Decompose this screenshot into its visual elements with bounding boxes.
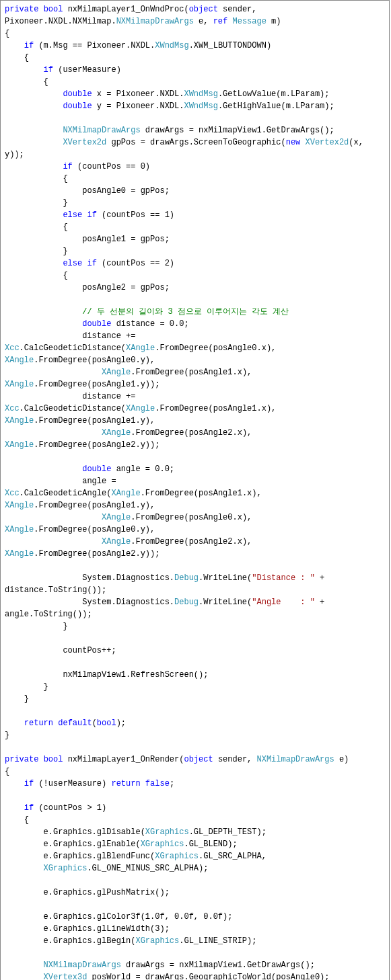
code-token: {: [5, 77, 48, 87]
code-token: [5, 864, 44, 873]
code-token: }: [5, 247, 68, 256]
code-token: Xcc: [5, 343, 20, 353]
code-token: .FromDegree(posAngle1.y),: [34, 501, 155, 510]
code-line: [5, 451, 385, 463]
code-token: private: [5, 5, 38, 14]
code-token: XGraphics: [141, 840, 184, 849]
code-line: {: [5, 270, 385, 282]
code-token: distance +=: [5, 331, 141, 341]
code-token: posAngle1 = gpPos;: [5, 235, 170, 244]
code-token: m): [266, 17, 281, 26]
code-line: y));: [5, 149, 385, 161]
code-token: [5, 452, 9, 462]
code-token: distance.ToString());: [5, 585, 106, 595]
code-token: double: [63, 101, 92, 111]
code-line: [5, 790, 385, 802]
code-token: [5, 138, 63, 147]
code-line: if (m.Msg == Pixoneer.NXDL.XWndMsg.XWM_L…: [5, 40, 385, 52]
code-line: XGraphics.GL_ONE_MINUS_SRC_ALPHA);: [5, 862, 385, 874]
code-token: (countPos == 0): [73, 162, 150, 171]
code-token: {: [5, 222, 68, 232]
code-token: (m.Msg == Pixoneer.NXDL.: [34, 41, 155, 50]
code-line: XAngle.FromDegree(posAngle1.y),: [5, 415, 385, 427]
code-token: if: [87, 259, 96, 268]
code-token: e.Graphics.glBegin(: [5, 936, 135, 946]
code-token: [5, 973, 44, 980]
code-token: (countPos > 1): [34, 803, 106, 813]
code-token: {: [5, 767, 9, 776]
code-line: [5, 899, 385, 911]
code-token: XAngle: [126, 404, 155, 413]
code-token: double: [63, 89, 92, 99]
code-token: sender,: [213, 755, 257, 764]
code-line: return default(bool);: [5, 717, 385, 729]
code-line: distance +=: [5, 391, 385, 403]
code-token: XAngle: [5, 380, 34, 389]
code-line: private bool nxMilmapLayer1_OnWndProc(ob…: [5, 3, 385, 15]
code-token: .WriteLine(: [199, 598, 252, 607]
code-token: return: [24, 719, 53, 728]
code-token: XWndMsg: [184, 101, 217, 111]
code-line: [5, 741, 385, 753]
code-line: posAngle2 = gpPos;: [5, 282, 385, 294]
code-token: (: [92, 719, 97, 728]
code-token: .FromDegree(posAngle0.y),: [34, 356, 155, 365]
code-token: .FromDegree(posAngle1.x),: [141, 489, 266, 498]
code-line: else if (countPos == 1): [5, 209, 385, 221]
code-line: }: [5, 197, 385, 209]
code-line: Xcc.CalcGeodeticAngle(XAngle.FromDegree(…: [5, 487, 385, 499]
code-token: XVertex2d: [306, 138, 349, 147]
code-token: {: [5, 271, 68, 280]
code-line: {: [5, 52, 385, 64]
code-line: if (!userMeasure) return false;: [5, 778, 385, 790]
code-line: XAngle.FromDegree(posAngle0.y),: [5, 354, 385, 366]
code-token: [5, 41, 24, 50]
code-token: {: [5, 815, 29, 825]
code-token: e.Graphics.glDisable(: [5, 827, 145, 837]
code-token: double: [82, 464, 111, 474]
code-token: [5, 210, 63, 220]
code-token: false: [145, 779, 170, 788]
code-line: {: [5, 814, 385, 826]
code-line: {: [5, 766, 385, 778]
code-token: e.Graphics.glEnable(: [5, 840, 141, 849]
code-token: distance = 0.0;: [111, 319, 188, 329]
code-token: sender,: [218, 5, 262, 14]
code-token: .GetHighValue(m.LParam);: [218, 101, 334, 111]
code-token: .CalcGeodeticDistance(: [20, 343, 126, 353]
code-line: double distance = 0.0;: [5, 318, 385, 330]
code-token: [5, 428, 102, 438]
code-token: [38, 5, 43, 14]
code-line: [5, 705, 385, 717]
code-token: [5, 259, 63, 268]
code-line: e.Graphics.glLineWidth(3);: [5, 923, 385, 935]
code-token: private: [5, 755, 38, 764]
code-token: [5, 114, 9, 123]
code-token: [5, 307, 82, 317]
code-token: XVertex3d: [44, 973, 87, 980]
code-line: }: [5, 693, 385, 705]
code-token: if: [24, 779, 34, 788]
code-line: XAngle.FromDegree(posAngle0.y),: [5, 524, 385, 536]
code-token: XGraphics: [145, 827, 189, 837]
code-block: private bool nxMilmapLayer1_OnWndProc(ob…: [0, 0, 390, 980]
code-token: .FromDegree(posAngle0.x),: [155, 343, 281, 353]
code-token: [5, 101, 63, 111]
code-token: (countPos == 2): [97, 259, 174, 268]
code-token: double: [82, 319, 111, 329]
code-token: [5, 537, 102, 546]
code-token: .GL_BLEND);: [184, 840, 237, 849]
code-token: XAngle: [5, 356, 34, 365]
code-token: "Distance : ": [252, 573, 315, 583]
code-token: y = Pixoneer.NXDL.: [92, 101, 184, 111]
code-line: XAngle.FromDegree(posAngle2.y));: [5, 548, 385, 560]
code-token: System.Diagnostics.: [5, 598, 174, 607]
code-token: }: [5, 622, 68, 631]
code-token: [5, 948, 9, 958]
code-line: if (countPos == 0): [5, 161, 385, 173]
code-line: private bool nxMilmapLayer1_OnRender(obj…: [5, 753, 385, 766]
code-token: e.Graphics.glPushMatrix();: [5, 888, 170, 897]
code-token: NXMilmapDrawArgs: [116, 17, 194, 26]
code-token: [5, 779, 24, 788]
code-token: XAngle: [126, 343, 155, 353]
